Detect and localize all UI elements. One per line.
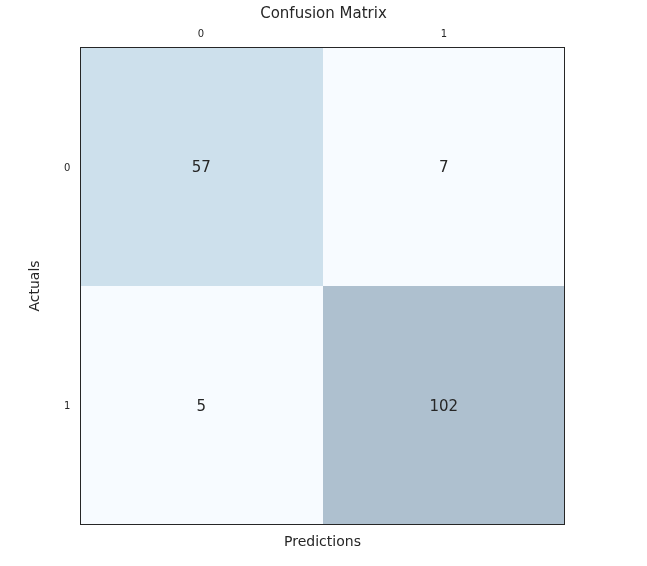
heatmap-grid: 57 7 5 102 <box>80 47 565 525</box>
y-tick-0: 0 <box>64 162 70 173</box>
chart-title: Confusion Matrix <box>0 4 647 22</box>
cell-actual-0-pred-0: 57 <box>80 47 323 286</box>
y-axis-label: Actuals <box>26 260 42 311</box>
x-axis-label: Predictions <box>80 533 565 549</box>
plot-area: 57 7 5 102 <box>80 47 565 525</box>
cell-actual-1-pred-1: 102 <box>323 286 566 525</box>
cell-actual-0-pred-1: 7 <box>323 47 566 286</box>
x-tick-1: 1 <box>441 28 447 39</box>
confusion-matrix-figure: Confusion Matrix 0 1 0 1 Actuals 57 7 5 … <box>0 0 647 566</box>
cell-actual-1-pred-0: 5 <box>80 286 323 525</box>
y-tick-1: 1 <box>64 400 70 411</box>
x-tick-0: 0 <box>198 28 204 39</box>
